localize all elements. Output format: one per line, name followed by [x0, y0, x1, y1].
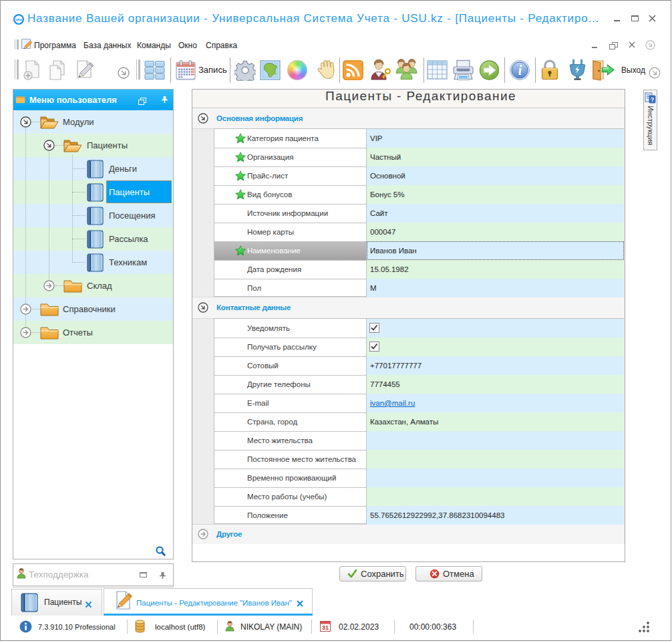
svg-text:i: i: [518, 63, 522, 78]
svg-text:usu: usu: [15, 17, 22, 21]
svg-text:31: 31: [322, 624, 329, 631]
svg-text:?: ?: [651, 96, 654, 103]
